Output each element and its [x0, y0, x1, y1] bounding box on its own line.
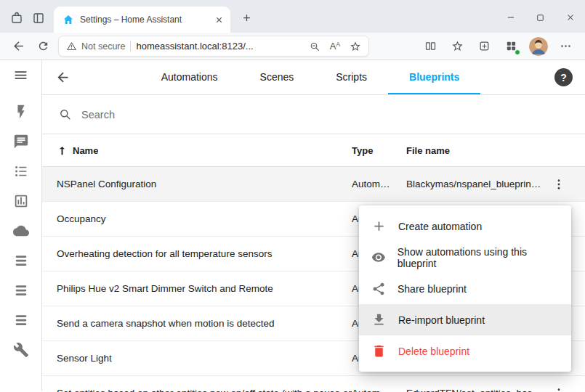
- zoom-out-button[interactable]: [304, 37, 325, 56]
- server-icon: [13, 312, 29, 328]
- read-aloud-button[interactable]: AA: [325, 37, 345, 56]
- search-input[interactable]: [81, 95, 585, 134]
- help-button[interactable]: ?: [554, 68, 573, 86]
- sidebar-menu-button[interactable]: [13, 68, 28, 83]
- ha-back-button[interactable]: [55, 70, 70, 85]
- address-bar[interactable]: Not secure homeassistant.local:8123/... …: [58, 36, 369, 57]
- favorites-button[interactable]: [444, 35, 471, 58]
- browser-tab[interactable]: Settings – Home Assistant: [54, 7, 230, 33]
- back-arrow-icon: [55, 70, 70, 85]
- star-icon: [350, 41, 361, 52]
- workspaces-icon: [10, 12, 23, 25]
- server-icon: [13, 282, 29, 298]
- workspaces-icon[interactable]: [6, 6, 28, 30]
- tab-close-icon[interactable]: [211, 12, 226, 27]
- extension-status-badge: [515, 49, 520, 55]
- bulleted-list-icon: [13, 163, 29, 179]
- sidebar-item-todo[interactable]: [13, 163, 29, 179]
- table-row[interactable]: NSPanel Configuration Autom… Blackymas/n…: [42, 167, 585, 202]
- table-row[interactable]: Set entities based on other entities new…: [42, 376, 585, 392]
- table-header: Name Type File name: [42, 134, 585, 167]
- sidebar-item-history[interactable]: [13, 193, 29, 209]
- menu-item-share-blueprint[interactable]: Share blueprint: [359, 273, 571, 304]
- tab-title: Settings – Home Assistant: [80, 15, 206, 25]
- row-name: Philips Hue v2 Smart Dimmer Switch and R…: [57, 283, 352, 294]
- address-divider: [130, 41, 131, 52]
- more-horizontal-icon: [560, 40, 572, 52]
- search-bar: [42, 95, 585, 134]
- column-header-name[interactable]: Name: [73, 145, 98, 156]
- menu-item-label: Show automations using this blueprint: [398, 246, 559, 269]
- menu-item-create-automation[interactable]: Create automation: [359, 211, 571, 242]
- column-header-file[interactable]: File name: [406, 145, 544, 156]
- sidebar-item-cloud[interactable]: [13, 223, 29, 239]
- back-button[interactable]: [6, 35, 31, 58]
- menu-item-reimport-blueprint[interactable]: Re-import blueprint: [359, 304, 571, 335]
- row-overflow-menu-button[interactable]: [552, 387, 565, 392]
- read-aloud-icon: AA: [330, 41, 340, 51]
- url-text[interactable]: homeassistant.local:8123/...: [136, 41, 304, 52]
- sidebar-item-device-1[interactable]: [13, 253, 29, 269]
- browser-window: Settings – Home Assistant Not sec: [0, 0, 585, 392]
- close-window-button[interactable]: [555, 2, 585, 33]
- menu-item-show-automations[interactable]: Show automations using this blueprint: [359, 242, 571, 273]
- maximize-icon: [536, 13, 545, 23]
- tab-actions-icon[interactable]: [28, 6, 49, 30]
- sidebar-item-logbook[interactable]: [13, 134, 29, 150]
- row-name: NSPanel Configuration: [57, 179, 352, 189]
- extensions-button[interactable]: [498, 35, 525, 58]
- menu-item-delete-blueprint[interactable]: Delete blueprint: [359, 335, 571, 367]
- trash-icon: [371, 343, 387, 359]
- avatar-photo: [529, 37, 548, 56]
- sidebar-item-energy[interactable]: [13, 104, 29, 120]
- tab-actions-icon: [32, 12, 45, 25]
- row-file: Blackymas/nspanel_blueprin…: [406, 179, 544, 189]
- minimize-button[interactable]: [496, 2, 525, 33]
- sidebar-item-device-2[interactable]: [13, 282, 29, 298]
- blueprint-context-menu: Create automation Show automations using…: [359, 205, 571, 372]
- collections-button[interactable]: [471, 35, 498, 58]
- tab-scripts[interactable]: Scripts: [315, 60, 388, 94]
- new-tab-button[interactable]: [236, 7, 257, 28]
- row-type: Autom…: [352, 179, 406, 189]
- kebab-menu-icon: [552, 387, 565, 392]
- close-icon: [565, 12, 576, 23]
- row-file: EdwardTFN/set_entities_bas…: [406, 388, 544, 392]
- favorite-star-button[interactable]: [345, 37, 366, 56]
- profile-avatar[interactable]: [529, 37, 548, 56]
- tab-blueprints[interactable]: Blueprints: [388, 60, 480, 94]
- minimize-icon: [506, 12, 516, 23]
- download-icon: [371, 312, 387, 327]
- row-name: Overheating detection for all temperatur…: [57, 248, 352, 259]
- row-overflow-menu-button[interactable]: [552, 178, 565, 191]
- row-name: Set entities based on other entities new…: [57, 388, 352, 392]
- maximize-button[interactable]: [525, 2, 555, 33]
- browser-menu-button[interactable]: [552, 35, 579, 58]
- ha-sidebar: [0, 60, 42, 391]
- toolbar-right-group: [417, 35, 579, 58]
- search-icon: [58, 107, 72, 121]
- split-screen-button[interactable]: [417, 35, 444, 58]
- home-assistant-favicon: [62, 14, 74, 25]
- refresh-button[interactable]: [31, 35, 55, 58]
- sidebar-item-developer-tools[interactable]: [13, 342, 29, 358]
- column-header-type[interactable]: Type: [352, 145, 406, 156]
- tab-automations[interactable]: Automations: [140, 60, 239, 94]
- row-name: Occupancy: [57, 213, 352, 224]
- chat-bubble-icon: [13, 134, 29, 150]
- not-secure-warning-icon: [66, 41, 77, 52]
- security-label: Not secure: [81, 41, 125, 52]
- collections-plus-icon: [478, 40, 491, 52]
- cloud-icon: [13, 223, 29, 239]
- row-type: Autom…: [352, 388, 406, 392]
- back-arrow-icon: [12, 39, 25, 53]
- tab-scenes[interactable]: Scenes: [239, 60, 315, 94]
- sort-ascending-icon[interactable]: [57, 145, 68, 156]
- hamburger-menu-icon: [13, 68, 28, 83]
- menu-item-label: Share blueprint: [398, 283, 467, 295]
- row-name: Sensor Light: [57, 353, 352, 364]
- sidebar-item-device-3[interactable]: [13, 312, 29, 328]
- menu-item-label: Delete blueprint: [398, 346, 469, 357]
- kebab-menu-icon: [552, 178, 565, 191]
- close-icon: [214, 15, 224, 25]
